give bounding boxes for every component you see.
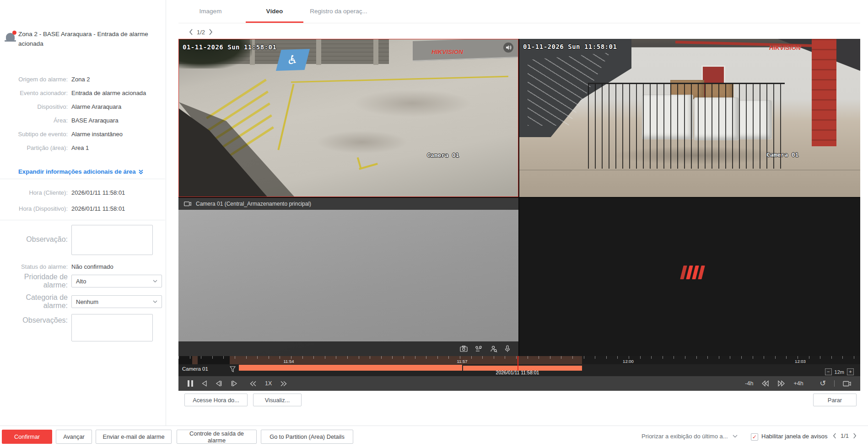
- double-chevron-down-icon: [138, 169, 144, 175]
- alarm-detail-window: Zona 2 - BASE Araraquara - Entrada de al…: [0, 0, 868, 447]
- preview-button[interactable]: Visualiz...: [253, 394, 302, 406]
- scene-detail: [291, 76, 508, 83]
- time-fields: Hora (Cliente):2026/01/11 11:58:01 Hora …: [0, 185, 166, 217]
- forward-4h-button[interactable]: +4h: [793, 380, 803, 387]
- chevron-down-icon: [153, 280, 157, 282]
- filter-icon[interactable]: [230, 366, 236, 372]
- person-search-icon[interactable]: [490, 346, 497, 352]
- chevron-down-icon: [733, 435, 738, 438]
- alarm-title: Zona 2 - BASE Araraquara - Entrada de al…: [18, 30, 156, 49]
- playhead-time-label: 2026/01/11 11:58:01: [496, 370, 539, 375]
- video-window-1[interactable]: ♿ 01-11-2026 Sun 11:58:01 HIKVISION Came…: [178, 39, 518, 197]
- playback-video-frame: [178, 210, 518, 356]
- osd-timestamp: 01-11-2026 Sun 11:58:01: [183, 43, 276, 51]
- alarm-info-sidebar: Zona 2 - BASE Araraquara - Entrada de al…: [0, 0, 166, 426]
- jump-forward-icon[interactable]: [777, 380, 785, 387]
- play-reverse-icon[interactable]: [201, 380, 207, 387]
- frame-forward-icon[interactable]: [231, 380, 237, 387]
- divider: [834, 380, 835, 387]
- scene-detail: [519, 170, 860, 170]
- video-window-2[interactable]: 01-11-2026 Sun 11:58:01 HIKVISION Camera…: [519, 39, 860, 197]
- scene-detail: [357, 157, 361, 168]
- tab-video[interactable]: Vídeo: [243, 0, 307, 23]
- alarm-status-value: Não confirmado: [71, 263, 113, 270]
- scene-detail: [359, 163, 377, 170]
- footer-action-bar: Confirmar Avançar Enviar e-mail de alarm…: [0, 426, 868, 447]
- field-row: Subtipo de evento:Alarme instantâneo: [0, 127, 166, 141]
- category-select[interactable]: Nenhum: [71, 295, 162, 308]
- video-window-3-playback[interactable]: Camera 01 (Central_Armazenamento princip…: [178, 198, 518, 356]
- video-page-control: 1/2: [189, 27, 213, 37]
- timeline-ticks: [178, 356, 860, 359]
- prev-alarm-icon[interactable]: [833, 433, 836, 439]
- speed-down-icon[interactable]: [249, 381, 257, 387]
- divider: [0, 220, 165, 220]
- alarm-pager: 1/1: [833, 432, 857, 439]
- goto-partition-details-button[interactable]: Go to Partition (Area) Details: [261, 430, 353, 444]
- video-grid: ♿ 01-11-2026 Sun 11:58:01 HIKVISION Came…: [178, 39, 860, 356]
- field-row: Hora (Dispositivo):2026/01/11 11:58:01: [0, 201, 166, 217]
- camera-scene-warehouse: [519, 39, 860, 197]
- mic-icon[interactable]: [505, 345, 510, 352]
- scene-detail: [277, 84, 294, 150]
- scene-detail: [316, 39, 321, 65]
- playback-speed[interactable]: 1X: [265, 380, 272, 387]
- category-row: Categoria de alarme: Nenhum: [0, 293, 166, 310]
- scene-detail: [316, 131, 408, 154]
- snapshot-icon[interactable]: [460, 346, 468, 352]
- expand-area-info-link[interactable]: Expandir informações adicionais de área: [18, 168, 144, 175]
- osd-timestamp: 01-11-2026 Sun 11:58:01: [523, 43, 617, 50]
- observation-row: Observação:: [0, 225, 166, 255]
- forward-button[interactable]: Avançar: [56, 430, 92, 444]
- alarm-icon: [6, 33, 15, 40]
- tick-label: 12:00: [623, 359, 634, 364]
- playback-camera-title: Camera 01 (Central_Armazenamento princip…: [196, 201, 311, 207]
- alarm-output-control-button[interactable]: Controle de saída de alarme: [177, 430, 257, 444]
- tab-registro-operacao[interactable]: Registro da operaç...: [307, 0, 371, 23]
- jump-back-icon[interactable]: [761, 380, 769, 387]
- remarks-input[interactable]: [71, 314, 153, 341]
- next-alarm-icon[interactable]: [853, 433, 857, 439]
- timeline-playhead[interactable]: [518, 356, 518, 371]
- hikvision-logo: HIKVISION: [769, 44, 801, 51]
- playback-toolbar: [178, 341, 518, 356]
- field-row: Dispositivo:Alarme Araraquara: [0, 100, 166, 113]
- back-4h-button[interactable]: -4h: [745, 380, 753, 387]
- scene-detail: [812, 39, 836, 146]
- display-priority-dropdown[interactable]: Priorizar a exibição do último a...: [642, 433, 738, 440]
- prev-page-icon[interactable]: [189, 29, 193, 35]
- priority-row: Prioridade de alarme: Alto: [0, 273, 166, 289]
- tick-label: 11:57: [457, 359, 467, 364]
- send-alarm-email-button[interactable]: Enviar e-mail de alarme: [96, 430, 172, 444]
- replay-loop-icon[interactable]: ↺: [820, 380, 826, 387]
- speaker-icon[interactable]: [503, 43, 513, 53]
- observation-input[interactable]: [71, 225, 153, 255]
- field-row: Área:BASE Araraquara: [0, 113, 166, 127]
- field-row: Partição (área):Area 1: [0, 141, 166, 154]
- stop-button[interactable]: Parar: [813, 394, 857, 406]
- priority-select[interactable]: Alto: [71, 275, 162, 287]
- goto-time-button[interactable]: Acesse Hora do...: [184, 394, 248, 406]
- tab-imagem[interactable]: Imagem: [178, 0, 243, 23]
- alarm-page-indicator: 1/1: [841, 432, 849, 439]
- osd-camera-name: Camera 01: [427, 152, 459, 159]
- field-row: Evento acionador:Entrada de alarme acion…: [0, 86, 166, 100]
- clip-icon[interactable]: [475, 346, 483, 352]
- tick-label: 11:54: [283, 359, 294, 364]
- alarm-fields: Origem do alarme:Zona 2 Evento acionador…: [0, 72, 166, 154]
- camera-view-icon[interactable]: [843, 381, 851, 387]
- speed-up-icon[interactable]: [280, 381, 287, 387]
- frame-back-icon[interactable]: [216, 380, 222, 387]
- confirm-button[interactable]: Confirmar: [2, 430, 52, 444]
- next-page-icon[interactable]: [209, 29, 213, 35]
- page-indicator: 1/2: [197, 29, 205, 36]
- enable-popup-checkbox[interactable]: ✓: [751, 433, 758, 441]
- hikvision-logo: HIKVISION: [431, 48, 463, 55]
- timeline-zoom-out-icon[interactable]: −: [825, 368, 832, 375]
- loading-indicator: [680, 266, 705, 279]
- pause-icon[interactable]: [188, 380, 193, 387]
- video-window-4[interactable]: [519, 198, 860, 356]
- timeline-zoom-in-icon[interactable]: +: [847, 368, 854, 375]
- camera-icon: [184, 201, 191, 207]
- playback-timeline[interactable]: 11:54 11:57 12:00 12:03 Camera 01 2026/0…: [178, 356, 860, 376]
